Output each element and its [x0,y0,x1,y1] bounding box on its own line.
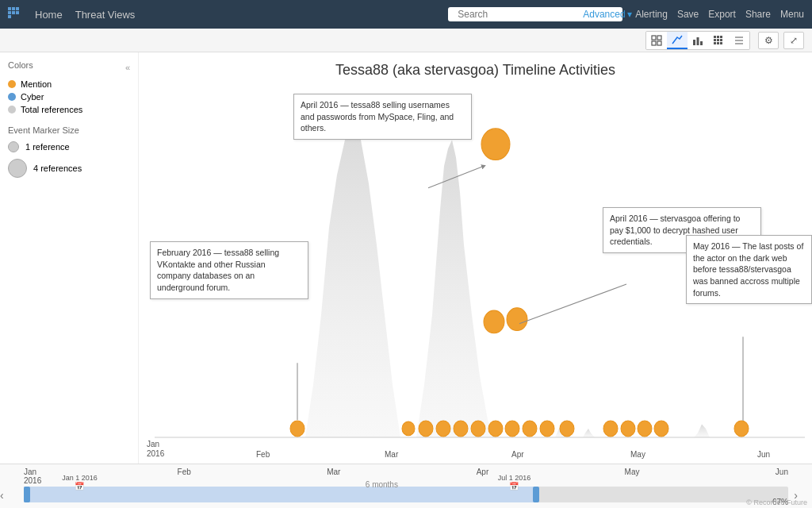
tl-mar-label: Mar [327,468,340,485]
logo-icon [8,7,22,21]
svg-rect-4 [12,11,15,14]
grid-chart-btn[interactable] [708,32,729,49]
marker-size-title: Event Marker Size [8,125,130,135]
mention-color-dot [8,80,16,88]
event-dot[interactable] [436,421,450,437]
event-dot-medium[interactable] [507,308,527,331]
marker-4ref-label: 4 references [33,164,82,173]
timeline-handle-right[interactable] [533,487,539,502]
total-color-dot [8,106,16,114]
svg-rect-14 [697,37,699,45]
event-dot[interactable] [638,421,652,437]
alerting-button[interactable]: Alerting [635,9,668,20]
menu-button[interactable]: Menu [780,9,804,20]
axis-label-may: May [630,450,645,459]
svg-rect-15 [700,41,703,45]
date-marker-start: Jan 1 2016 📅 [62,474,98,491]
top-navigation: Home Threat Views Advanced ▾ Alerting Sa… [0,0,812,29]
event-dot[interactable] [523,421,537,437]
app-logo [8,7,22,21]
svg-rect-23 [717,42,719,44]
view-toolbar: ⚙ ⤢ [0,29,812,52]
tooltip-feb-vkontakte: February 2016 — tessa88 selling VKontakt… [150,241,308,299]
timeline-handle-left[interactable] [24,487,30,502]
copyright-text: © Recorded Future [746,498,807,506]
table-view-btn[interactable] [646,32,667,49]
export-button[interactable]: Export [708,9,736,20]
legend-cyber: Cyber [8,92,130,102]
event-dot[interactable] [540,421,554,437]
event-dot[interactable] [505,421,519,437]
colors-title: Colors [8,60,33,70]
svg-rect-13 [693,40,695,45]
main-area: Colors « Mention Cyber Total references … [0,52,812,464]
event-dot[interactable] [654,421,668,437]
svg-rect-20 [717,39,719,41]
tl-apr-label: Apr [477,468,489,485]
months-label: 6 months [366,480,398,489]
svg-rect-18 [720,36,722,38]
scroll-left-button[interactable]: ‹ [0,489,4,502]
legend-mention: Mention [8,79,130,89]
event-dot[interactable] [734,421,749,437]
share-button[interactable]: Share [745,9,771,20]
event-dot[interactable] [290,421,304,437]
advanced-button[interactable]: Advanced ▾ [583,9,631,20]
expand-button[interactable]: ⤢ [783,32,804,49]
event-dot[interactable] [471,421,485,437]
collapse-button[interactable]: « [125,63,130,72]
svg-rect-21 [720,39,722,41]
settings-button[interactable]: ⚙ [758,32,779,49]
svg-rect-24 [720,42,722,44]
svg-marker-29 [412,140,504,437]
event-dot-medium[interactable] [484,310,504,333]
legend-total: Total references [8,105,130,114]
large-marker [8,159,27,178]
svg-marker-32 [690,424,714,437]
svg-rect-1 [12,7,15,10]
list-view-btn[interactable] [729,32,749,49]
cyber-color-dot [8,93,16,101]
axis-label-feb: Feb [256,450,270,459]
svg-marker-28 [293,122,404,437]
search-input[interactable] [458,9,576,20]
svg-rect-17 [717,36,719,38]
marker-1ref: 1 reference [8,141,130,152]
marker-1ref-label: 1 reference [25,142,70,152]
timeline-bar: Jan2016 Feb Mar Apr May Jun Jan 1 2016 📅… [0,464,812,508]
event-dot[interactable] [454,421,468,437]
chart-area: Tessa88 (aka stervasgoa) Timeline Activi… [139,52,812,464]
svg-rect-10 [657,36,661,40]
event-dot[interactable] [621,421,635,437]
small-marker [8,141,19,152]
svg-rect-19 [714,39,716,41]
search-area: Advanced ▾ [448,7,622,21]
date-marker-end: Jul 1 2016 📅 [498,474,531,491]
timeline-range [24,487,536,502]
svg-rect-11 [652,41,656,45]
tooltip-april-passwords: April 2016 — tessa88 selling usernames a… [293,94,472,140]
line-chart-btn[interactable] [667,32,688,49]
event-dot[interactable] [488,421,503,437]
chart-type-buttons [645,31,750,50]
event-dot-large[interactable] [481,129,510,160]
tl-feb-label: Feb [178,468,191,485]
save-button[interactable]: Save [677,9,699,20]
svg-rect-12 [657,41,661,45]
axis-label-mar: Mar [385,450,398,459]
mention-label: Mention [21,79,52,89]
svg-rect-9 [652,36,656,40]
bar-chart-btn[interactable] [688,32,708,49]
svg-rect-3 [8,11,11,14]
cyber-label: Cyber [21,92,44,102]
svg-line-36 [519,284,626,324]
nav-home[interactable]: Home [35,9,63,21]
svg-rect-6 [8,15,11,18]
tl-may-label: May [625,468,640,485]
nav-threat-views[interactable]: Threat Views [75,9,136,21]
event-dot[interactable] [419,421,433,437]
event-dot[interactable] [402,421,415,436]
tl-jan-label: Jan2016 [24,468,41,485]
event-dot[interactable] [603,421,618,437]
event-dot[interactable] [560,421,574,437]
